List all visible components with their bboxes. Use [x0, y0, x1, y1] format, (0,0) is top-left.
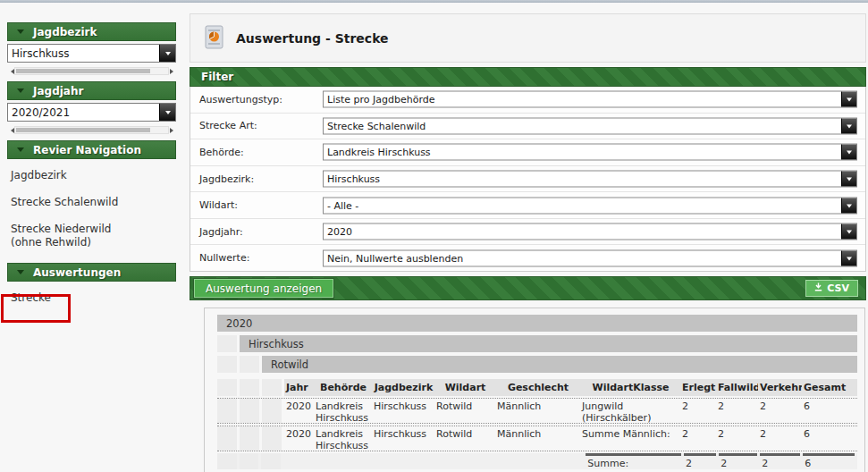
col-header-gesamt: Gesamt	[802, 382, 857, 393]
cell-verkehr: 2	[760, 453, 800, 469]
dropdown-arrow-icon[interactable]	[841, 118, 856, 133]
jagdbezirk-filter-select[interactable]: Hirschkuss	[323, 171, 857, 188]
behoerde-select[interactable]: Landkreis Hirschkuss	[323, 144, 857, 161]
filter-bar-label: Filter	[190, 71, 233, 83]
collapse-arrow-icon	[17, 30, 24, 38]
table-header-row: Jahr Behörde Jagdbezirk Wildart Geschlec…	[217, 379, 857, 396]
cell-erlegt: 2	[684, 453, 716, 469]
cell-summe-label: Summe:	[586, 453, 681, 469]
sidebar-panel-auswertungen-header[interactable]: Auswertungen	[7, 263, 176, 282]
cell-wildart: Rotwild	[434, 426, 495, 442]
select-value: Landkreis Hirschkuss	[324, 147, 841, 158]
field-label: Nullwerte:	[190, 252, 314, 264]
group-label-bezirk: Hirschkuss	[240, 335, 857, 352]
indent-cell	[262, 399, 282, 423]
indent-cell	[217, 453, 237, 469]
scrollbar-track[interactable]	[14, 126, 169, 134]
scroll-left-icon[interactable]	[7, 126, 14, 134]
results-table: 2020 Hirschkuss Rotwild Jahr Behörde Jag…	[204, 308, 865, 472]
filter-row-wildart: Wildart: - Alle -	[190, 192, 865, 219]
filter-form: Auswertungstyp: Liste pro Jagdbehörde St…	[190, 87, 866, 272]
filter-section-bar: Filter	[190, 67, 866, 87]
scroll-right-icon[interactable]	[169, 67, 176, 75]
scroll-right-icon[interactable]	[169, 126, 176, 134]
field-label: Wildart:	[190, 199, 314, 211]
sidebar-panel-jagdjahr-header[interactable]: Jagdjahr	[7, 81, 176, 100]
col-header-jahr: Jahr	[284, 382, 314, 393]
indent-cell	[262, 426, 282, 451]
jagdjahr-select-value: 2020/2021	[8, 106, 159, 119]
show-evaluation-button[interactable]: Auswertung anzeigen	[194, 279, 333, 298]
select-value: 2020	[324, 226, 841, 238]
select-value: Hirschkuss	[324, 173, 841, 185]
cell-wildartklasse: Jungwild (Hirschkälber)	[580, 399, 680, 426]
top-window-edge	[0, 0, 868, 3]
indent-cell	[240, 426, 259, 451]
jagdbezirk-horizontal-scrollbar[interactable]	[7, 66, 176, 76]
cell-jagdbezirk: Hirschkuss	[372, 426, 434, 442]
item-line-2: (ohne Rehwild)	[11, 236, 176, 249]
field-label: Strecke Art:	[190, 120, 314, 131]
cell-jagdbezirk: Hirschkuss	[372, 399, 434, 414]
cell-fallwild: 2	[716, 399, 758, 414]
scrollbar-thumb[interactable]	[16, 69, 150, 73]
scrollbar-thumb[interactable]	[16, 128, 150, 132]
group-label-wildart: Rotwild	[262, 356, 857, 373]
field-label: Jagdbezirk:	[190, 173, 314, 185]
indent-cell	[240, 379, 259, 396]
sidebar-panel-revier-navigation-header[interactable]: Revier Navigation	[7, 140, 176, 159]
nullwerte-select[interactable]: Nein, Nullwerte ausblenden	[323, 249, 857, 266]
strecke-art-select[interactable]: Strecke Schalenwild	[323, 117, 857, 134]
cell-gesamt: 6	[802, 399, 857, 414]
indent-cell	[217, 399, 237, 423]
sidebar-item-strecke-niederwild[interactable]: Strecke Niederwild (ohne Rehwild)	[7, 215, 176, 256]
dropdown-arrow-icon[interactable]	[841, 145, 856, 160]
jagdjahr-filter-select[interactable]: 2020	[323, 223, 857, 240]
cell-geschlecht	[500, 453, 583, 469]
col-header-behoerde: Behörde	[314, 382, 372, 393]
jagdbezirk-select[interactable]: Hirschkuss	[7, 44, 176, 63]
dropdown-arrow-icon[interactable]	[159, 45, 175, 62]
panel-title: Jagdbezirk	[33, 26, 97, 38]
cell-erlegt: 2	[680, 399, 716, 414]
sidebar-item-strecke[interactable]: Strecke	[7, 284, 176, 311]
cell-verkehr: 2	[758, 426, 802, 442]
dropdown-arrow-icon[interactable]	[159, 104, 175, 121]
select-value: - Alle -	[324, 199, 841, 211]
page-title: Auswertung - Strecke	[236, 31, 389, 46]
csv-export-button[interactable]: CSV	[805, 280, 858, 297]
dropdown-arrow-icon[interactable]	[841, 250, 856, 266]
cell-gesamt: 6	[802, 426, 857, 442]
scrollbar-track[interactable]	[14, 67, 169, 75]
dropdown-arrow-icon[interactable]	[841, 224, 856, 240]
col-header-fallwild: Fallwild	[716, 382, 758, 393]
jagdjahr-select[interactable]: 2020/2021	[7, 103, 176, 122]
collapse-arrow-icon	[17, 148, 24, 156]
dropdown-arrow-icon[interactable]	[841, 92, 856, 107]
dropdown-arrow-icon[interactable]	[841, 198, 856, 213]
col-header-geschlecht: Geschlecht	[495, 382, 580, 393]
wildart-select[interactable]: - Alle -	[323, 197, 857, 214]
indent-cell	[217, 335, 237, 352]
column-headers: Jahr Behörde Jagdbezirk Wildart Geschlec…	[284, 379, 857, 396]
indent-cell	[240, 399, 259, 423]
panel-title: Jagdjahr	[33, 85, 83, 97]
table-row: 2020 Landkreis Hirschkuss Hirschkuss Rot…	[217, 398, 857, 424]
sidebar-item-strecke-schalenwild[interactable]: Strecke Schalenwild	[7, 189, 176, 215]
report-document-icon	[205, 25, 223, 52]
scroll-left-icon[interactable]	[7, 67, 14, 75]
cell-wildart: Rotwild	[434, 399, 495, 414]
jagdjahr-horizontal-scrollbar[interactable]	[7, 125, 176, 135]
auswertungstyp-select[interactable]: Liste pro Jagdbehörde	[323, 91, 857, 108]
filter-row-behoerde: Behörde: Landkreis Hirschkuss	[190, 139, 865, 166]
collapse-arrow-icon	[17, 88, 24, 97]
sidebar-item-jagdbezirk[interactable]: Jagdbezirk	[7, 162, 176, 189]
indent-cell	[217, 426, 237, 451]
sidebar-panel-jagdbezirk-header[interactable]: Jagdbezirk	[7, 22, 176, 41]
select-value: Nein, Nullwerte ausblenden	[324, 252, 841, 264]
group-label-year: 2020	[217, 315, 857, 332]
cell-verkehr: 2	[758, 399, 802, 414]
col-header-wildartklasse: WildartKlasse	[580, 382, 680, 393]
field-label: Auswertungstyp:	[190, 94, 314, 105]
dropdown-arrow-icon[interactable]	[841, 172, 856, 187]
